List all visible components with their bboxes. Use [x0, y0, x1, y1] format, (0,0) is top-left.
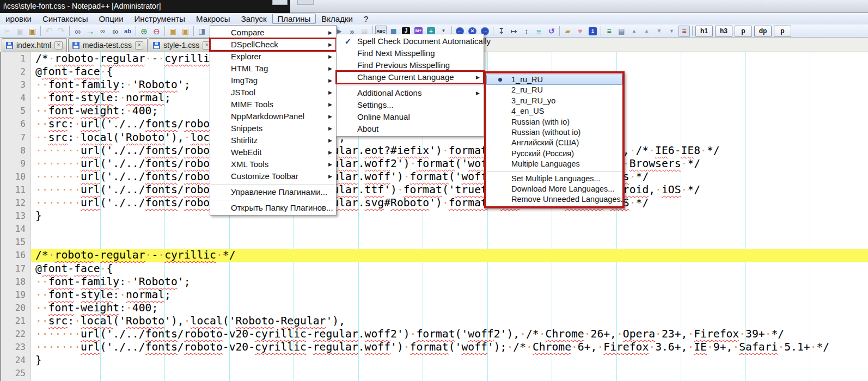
fold-up-icon[interactable]: ▲ [641, 26, 652, 37]
dspell-item-online-manual[interactable]: Online Manual [337, 111, 484, 123]
webedit-h3-button[interactable]: h3 [715, 26, 732, 37]
menubar-item-macros[interactable]: Макросы [191, 14, 236, 24]
view-first-icon[interactable]: ◨ [196, 26, 207, 37]
bookmark-flag-icon[interactable]: 1 [587, 26, 598, 37]
tab-close-icon[interactable]: × [54, 41, 63, 50]
dspell-item-change-language[interactable]: Change Current Language▶ [337, 71, 484, 83]
tab-close-icon[interactable]: × [135, 41, 143, 50]
plugins-item-compare[interactable]: Compare▶ [210, 27, 336, 39]
plugins-item-customize-toolbar[interactable]: Customize Toolbar▶ [210, 170, 336, 182]
sync-vertical-scroll-icon[interactable]: ▣ [167, 26, 179, 37]
redo-icon[interactable]: ↷ [56, 26, 67, 37]
paste-to-row-icon[interactable]: ↦ [508, 26, 519, 37]
dspell-item-settings[interactable]: Settings... [337, 99, 484, 111]
plugins-item-open-plugins-folder[interactable]: Открыть Папку Плагинов... [210, 202, 336, 214]
lang-item-3-ru-ru-yo[interactable]: 3_ru_RU_yo [486, 96, 622, 106]
collapse-all-icon[interactable]: ▲ [628, 26, 640, 37]
lang-item-english-usa[interactable]: Английский (США) [486, 138, 622, 148]
plugins-item-imgtag[interactable]: ImgTag▶ [210, 75, 336, 87]
menubar-item-encodings[interactable]: ировки [0, 14, 37, 24]
plugins-item-xml-tools[interactable]: XML Tools▶ [210, 158, 336, 170]
menu-separator [211, 200, 335, 200]
paste-icon[interactable]: ▣ [27, 26, 38, 37]
zoom-out-icon[interactable]: ⊖ [151, 26, 162, 37]
plugins-item-html-tag[interactable]: HTML Tag▶ [210, 63, 336, 75]
webedit-p2-button[interactable]: p [774, 26, 791, 37]
line-number-2: 2 [1, 65, 26, 78]
lang-item-download-more[interactable]: Download More Languages... [486, 184, 622, 194]
code-line-13: } [31, 210, 868, 223]
line-number-8: 8 [1, 144, 26, 157]
align-bottom-icon[interactable]: ↨ [521, 26, 532, 37]
explorer-panel-icon[interactable]: ▰ [562, 26, 573, 37]
webedit-p-button[interactable]: p [735, 26, 752, 37]
lang-item-2-ru-ru[interactable]: 2_ru_RU [486, 85, 622, 95]
plugins-item-mime-tools[interactable]: MIME Tools▶ [210, 99, 336, 110]
webedit-dp-button[interactable]: dp [754, 26, 772, 37]
line-number-1: 1 [1, 52, 26, 65]
replace-icon[interactable]: ab [122, 26, 133, 37]
tab-label: style-1.css [163, 41, 199, 50]
paste-to-column-icon[interactable]: ↧ [496, 26, 507, 37]
menu-item-label: Русский (Россия) [511, 149, 574, 158]
webedit-h1-button[interactable]: h1 [695, 26, 713, 37]
cut-icon[interactable]: ✂ [2, 26, 13, 37]
menu-item-label: Russian (with io) [511, 118, 570, 126]
lang-item-russian-with-io[interactable]: Russian (with io) [486, 117, 622, 127]
wrap-lines-icon[interactable]: ↺ [546, 26, 557, 37]
uncollapse-all-icon[interactable]: ▼ [666, 26, 677, 37]
plugins-item-snippets[interactable]: Snippets▶ [210, 122, 336, 134]
run-icon[interactable]: → [84, 26, 96, 37]
task-list-icon[interactable]: ≡ [603, 26, 615, 37]
lang-item-4-en-us[interactable]: 4_en_US [486, 106, 622, 116]
lang-item-1-ru-ru[interactable]: 1_ru_RU [486, 75, 622, 85]
lang-item-multiple-languages[interactable]: Multiple Languages [486, 159, 622, 169]
justify-lines-icon[interactable]: ≡ [533, 26, 545, 37]
find-in-files-icon[interactable]: ∞ [72, 26, 83, 37]
line-number-20: 20 [1, 302, 26, 315]
line-number-11: 11 [1, 183, 26, 196]
fold-down-icon[interactable]: ▼ [653, 26, 665, 37]
menubar-item-plugins[interactable]: Плагины [272, 14, 316, 24]
tab-media-test-css[interactable]: media-test.css× [68, 38, 148, 52]
undo-icon[interactable]: ↶ [43, 26, 54, 37]
code-line-21: ··src:·local('Roboto'),·local('Roboto-Re… [31, 315, 868, 328]
sync-horizontal-scroll-icon[interactable]: ▣ [180, 26, 191, 37]
find-icon[interactable]: ∞ [109, 26, 121, 37]
dspell-item-auto-check[interactable]: Spell Check Document Automatically✓ [337, 35, 484, 47]
plugins-item-jstool[interactable]: JSTool▶ [210, 87, 336, 99]
menubar-item-options[interactable]: Опции [93, 14, 129, 24]
plugins-item-explorer[interactable]: Explorer▶ [210, 51, 336, 63]
plugins-item-webedit[interactable]: WebEdit▶ [210, 146, 336, 158]
panel-list-icon[interactable]: ▤ [616, 26, 627, 37]
incremental-search-icon[interactable]: ∞ [97, 26, 108, 37]
favorites-icon[interactable]: ♥ [574, 26, 586, 37]
dspell-item-find-next[interactable]: Find Next Misspelling [337, 47, 484, 59]
tab-style-1-css[interactable]: style-1.css× [149, 38, 215, 52]
zoom-in-icon[interactable]: ⊕ [138, 26, 150, 37]
lang-item-russian-without-io[interactable]: Russian (without io) [486, 127, 622, 138]
dspell-item-about[interactable]: About [337, 123, 484, 135]
toolbar-separator [69, 26, 70, 36]
dspell-item-additional-actions[interactable]: Additional Actions▶ [337, 87, 484, 99]
plugins-item-nppmarkdownpanel[interactable]: NppMarkdownPanel▶ [210, 110, 336, 122]
menubar-item-help[interactable]: ? [358, 14, 374, 24]
submenu-arrow-icon: ▶ [476, 87, 480, 99]
plugins-item-dspellcheck[interactable]: DSpellCheck▶ [210, 39, 336, 51]
lang-item-russian-russia[interactable]: Русский (Россия) [486, 149, 622, 159]
menubar-item-run[interactable]: Запуск [236, 14, 272, 24]
code-line-11: ·······url('./../fonts/roboto-v20-cyrill… [31, 183, 868, 196]
plugins-item-plugins-admin[interactable]: Управление Плагинами... [210, 186, 336, 198]
copy-icon[interactable]: ▣ [14, 26, 26, 37]
submenu-arrow-icon: ▶ [328, 110, 332, 122]
menubar-item-syntaxes[interactable]: Синтаксисы [37, 14, 93, 24]
dspell-item-find-previous[interactable]: Find Previous Misspelling [337, 59, 484, 71]
menubar-item-tools[interactable]: Инструменты [129, 14, 191, 24]
plugins-item-shtirlitz[interactable]: Shtirlitz▶ [210, 134, 336, 146]
lang-item-set-multiple[interactable]: Set Multiple Languages... [486, 174, 622, 184]
colored-list-icon[interactable]: ≡ [678, 26, 690, 37]
menu-item-label: Snippets [231, 124, 262, 133]
menubar-item-tabs[interactable]: Вкладки [316, 14, 358, 24]
lang-item-remove-unneeded[interactable]: Remove Unneeded Languages... [486, 194, 622, 205]
tab-index-html[interactable]: index.html× [2, 38, 67, 52]
